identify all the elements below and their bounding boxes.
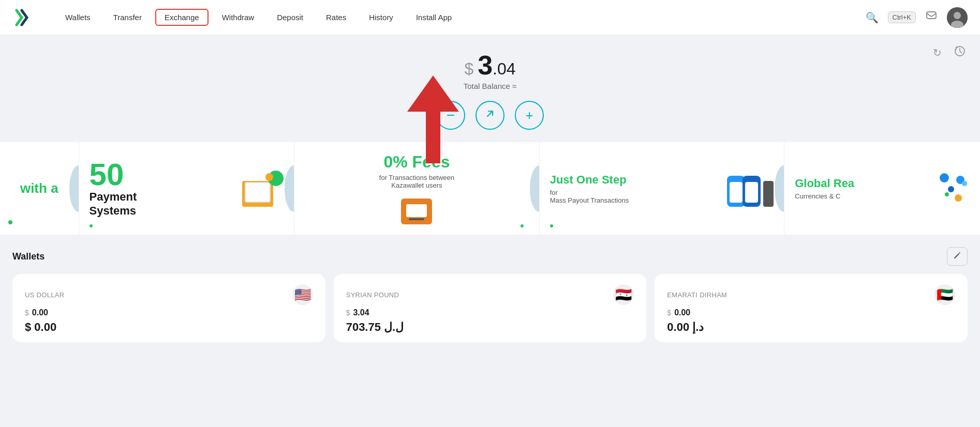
messages-button[interactable] xyxy=(922,8,941,27)
wallet-aed-top: EMARATI DIRHAM 🇦🇪 xyxy=(667,284,955,305)
logo[interactable] xyxy=(12,6,35,29)
wallet-syp-flag: 🇸🇾 xyxy=(613,284,634,305)
wallets-edit-button[interactable] xyxy=(947,247,968,266)
action-buttons: − + xyxy=(436,101,544,130)
keyboard-shortcut: Ctrl+K xyxy=(888,11,916,23)
wallet-syp-amount-row: $ 3.04 xyxy=(346,308,634,317)
header: Wallets Transfer Exchange Withdraw Depos… xyxy=(0,0,980,35)
promo-step-title: Just One Step xyxy=(550,173,718,187)
nav-history[interactable]: History xyxy=(360,9,403,26)
promo-step-content: Just One Step forMass Payout Transaction… xyxy=(550,173,718,204)
exchange-button[interactable] xyxy=(476,101,504,130)
nav-deposit[interactable]: Deposit xyxy=(268,9,313,26)
wallet-aed-name: EMARATI DIRHAM xyxy=(667,291,727,299)
balance-section: ↻ $ 3.04 Total Balance ≈ − xyxy=(0,35,980,142)
promo-payment-title: PaymentSystems xyxy=(90,190,233,218)
main-nav: Wallets Transfer Exchange Withdraw Depos… xyxy=(56,9,863,26)
deposit-button[interactable]: + xyxy=(515,101,544,130)
wallet-card-usd[interactable]: US DOLLAR 🇺🇸 $ 0.00 $ 0.00 xyxy=(12,274,325,342)
svg-point-3 xyxy=(954,12,961,19)
wallet-syp-name: SYRIAN POUND xyxy=(346,291,399,299)
wallet-usd-name: US DOLLAR xyxy=(25,291,64,299)
promo-fees-title: 0% Fees xyxy=(379,152,454,172)
wallet-aed-amount-row: $ 0.00 xyxy=(667,308,955,317)
nav-withdraw[interactable]: Withdraw xyxy=(213,9,264,26)
wallets-section: Wallets US DOLLAR 🇺🇸 xyxy=(0,247,980,355)
edit-icon xyxy=(953,253,962,262)
wallet-syp-local: ل.ل 703.75 xyxy=(346,321,634,334)
refresh-icon: ↻ xyxy=(933,47,942,58)
minus-icon: − xyxy=(447,107,455,124)
message-icon xyxy=(926,10,937,24)
nav-exchange[interactable]: Exchange xyxy=(155,9,209,26)
search-button[interactable]: 🔍 xyxy=(863,8,882,27)
wallet-usd-amount-row: $ 0.00 xyxy=(25,308,313,317)
wallet-syp-sign: $ xyxy=(346,309,350,317)
promo-fees-image xyxy=(396,193,437,224)
promo-card-one-step: Just One Step forMass Payout Transaction… xyxy=(539,142,784,235)
promo-card-partial: with a xyxy=(0,142,79,235)
wallets-grid: US DOLLAR 🇺🇸 $ 0.00 $ 0.00 SYRIAN POUND … xyxy=(12,274,968,342)
nav-install-app[interactable]: Install App xyxy=(407,9,461,26)
wallet-aed-flag: 🇦🇪 xyxy=(934,284,955,305)
promo-card-fees: 0% Fees for Transactions betweenKazawall… xyxy=(294,142,539,235)
clock-icon xyxy=(954,48,966,59)
nav-transfer[interactable]: Transfer xyxy=(104,9,151,26)
wallet-aed-val: 0.00 xyxy=(674,308,690,317)
wallet-syp-top: SYRIAN POUND 🇸🇾 xyxy=(346,284,634,305)
withdraw-button[interactable]: − xyxy=(436,101,465,130)
balance-label: Total Balance ≈ xyxy=(464,82,516,90)
arrow-up-right-icon xyxy=(484,108,496,123)
wallets-title: Wallets xyxy=(12,251,44,262)
promo-global-content: Global Rea Currencies & C xyxy=(795,177,924,200)
balance-value: 3.04 xyxy=(478,52,515,79)
plus-icon: + xyxy=(525,108,533,124)
promo-payment-image xyxy=(237,171,284,207)
balance-amount: $ 3.04 xyxy=(464,52,515,79)
svg-rect-1 xyxy=(927,12,936,19)
refresh-actions: ↻ xyxy=(931,43,968,62)
wallet-usd-top: US DOLLAR 🇺🇸 xyxy=(25,284,313,305)
wallet-usd-flag: 🇺🇸 xyxy=(292,284,313,305)
balance-currency-sign: $ xyxy=(464,59,473,79)
promo-partial-text: with a xyxy=(20,181,58,196)
promo-fees-content: 0% Fees for Transactions betweenKazawall… xyxy=(379,152,454,189)
promo-global-title: Global Rea xyxy=(795,177,924,190)
promo-global-image xyxy=(928,171,970,207)
wallet-aed-sign: $ xyxy=(667,309,671,317)
user-avatar[interactable] xyxy=(947,7,968,28)
promo-step-image xyxy=(722,171,774,207)
history-clock-button[interactable] xyxy=(952,43,968,62)
promo-track: with a 50 PaymentSystems xyxy=(0,142,980,235)
wallets-header: Wallets xyxy=(12,247,968,266)
wallet-usd-val: 0.00 xyxy=(32,308,48,317)
wallet-syp-val: 3.04 xyxy=(353,308,369,317)
promo-section: with a 50 PaymentSystems xyxy=(0,142,980,235)
nav-wallets[interactable]: Wallets xyxy=(56,9,100,26)
wallet-card-aed[interactable]: EMARATI DIRHAM 🇦🇪 $ 0.00 د.إ 0.00 xyxy=(655,274,968,342)
promo-card-global: Global Rea Currencies & C xyxy=(784,142,980,235)
wallet-aed-local: د.إ 0.00 xyxy=(667,321,955,334)
promo-card-payment: 50 PaymentSystems xyxy=(79,142,294,235)
promo-step-subtitle: forMass Payout Transactions xyxy=(550,189,718,204)
promo-50: 50 xyxy=(90,157,124,192)
main-content: ↻ $ 3.04 Total Balance ≈ − xyxy=(0,35,980,355)
refresh-button[interactable]: ↻ xyxy=(931,43,944,62)
wallet-usd-local: $ 0.00 xyxy=(25,321,313,334)
nav-rates[interactable]: Rates xyxy=(317,9,355,26)
promo-fees-subtitle: for Transactions betweenKazawallet users xyxy=(379,174,454,189)
search-icon: 🔍 xyxy=(866,12,879,23)
wallet-usd-sign: $ xyxy=(25,309,29,317)
header-actions: 🔍 Ctrl+K xyxy=(863,7,968,28)
promo-global-subtitle: Currencies & C xyxy=(795,192,924,200)
wallet-card-syp[interactable]: SYRIAN POUND 🇸🇾 $ 3.04 ل.ل 703.75 xyxy=(334,274,647,342)
